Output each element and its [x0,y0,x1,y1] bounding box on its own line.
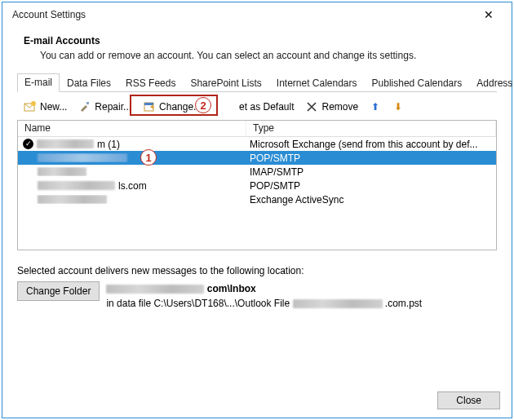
repair-button[interactable]: Repair... [73,99,136,115]
callout-two: 2 [195,97,211,113]
redacted-text [106,285,204,294]
col-header-type[interactable]: Type [246,121,496,136]
titlebar: Account Settings ✕ [2,2,512,27]
tab-address-books[interactable]: Address Books [469,74,514,92]
list-header: Name Type [18,121,496,137]
col-header-name[interactable]: Name [18,121,246,136]
close-icon[interactable]: ✕ [472,2,505,27]
set-default-label: et as Default [239,101,294,113]
repair-icon [78,100,91,113]
new-label: New... [40,101,67,113]
window-title: Account Settings [9,9,472,20]
row-type: POP/SMTP [246,153,496,164]
remove-button[interactable]: Remove [300,99,363,115]
section-subheading: You can add or remove an account. You ca… [40,50,497,61]
remove-icon [305,100,318,113]
tab-email[interactable]: E-mail [17,73,60,92]
delivery-text: com\Inbox in data file C:\Users\DT168\..… [106,281,422,311]
new-button[interactable]: New... [19,99,72,115]
arrow-up-icon: ⬆ [370,101,381,113]
redacted-text [38,181,115,190]
default-check-icon [23,139,33,149]
accounts-list[interactable]: Name Type m (1) Microsoft Exchange (send… [17,120,497,250]
change-icon [143,100,156,113]
svg-rect-4 [144,103,153,105]
section-heading: E-mail Accounts [24,35,497,46]
change-folder-button[interactable]: Change Folder [17,281,100,301]
row-type: Exchange ActiveSync [246,194,496,206]
account-row[interactable]: Exchange ActiveSync [18,192,496,206]
toolbar: New... Repair... Change... 2 et as Defau… [17,92,497,120]
row-type: IMAP/SMTP [246,166,496,178]
tab-data-files[interactable]: Data Files [60,74,118,92]
delivery-datafile-prefix: in data file C:\Users\DT168\...\Outlook … [106,298,290,309]
callout-one: 1 [140,149,157,166]
arrow-down-icon: ⬇ [392,101,404,113]
tab-strip: E-mail Data Files RSS Feeds SharePoint L… [17,74,497,92]
account-row-selected[interactable]: POP/SMTP 1 [18,151,496,165]
delivery-row: Change Folder com\Inbox in data file C:\… [17,281,497,311]
redacted-text [37,139,94,148]
redacted-text [38,195,107,204]
footer: Close [2,383,512,418]
close-button[interactable]: Close [437,391,500,409]
tab-sharepoint-lists[interactable]: SharePoint Lists [183,74,268,92]
mail-new-icon [24,100,37,113]
account-row[interactable]: IMAP/SMTP [18,165,496,179]
tab-internet-calendars[interactable]: Internet Calendars [269,74,365,92]
account-row[interactable]: ls.com POP/SMTP [18,179,496,192]
redacted-text [293,299,383,308]
content-area: E-mail Accounts You can add or remove an… [2,27,512,383]
svg-point-1 [31,101,36,106]
redacted-text [38,153,127,162]
tab-rss-feeds[interactable]: RSS Feeds [118,74,183,92]
list-rows: m (1) Microsoft Exchange (send from this… [18,137,496,250]
row-name-suffix: ls.com [118,180,147,192]
row-type: Microsoft Exchange (send from this accou… [246,139,496,150]
remove-label: Remove [321,101,358,113]
repair-label: Repair... [95,101,131,113]
row-type: POP/SMTP [246,180,496,192]
set-default-button[interactable]: et as Default [234,99,299,114]
account-settings-window: Account Settings ✕ E-mail Accounts You c… [2,2,512,418]
delivery-datafile-suffix: .com.pst [385,298,422,309]
redacted-text [38,167,86,176]
svg-rect-2 [86,102,89,104]
delivery-path: com\Inbox [207,283,256,294]
delivery-label: Selected account delivers new messages t… [17,265,497,276]
row-name-suffix: m (1) [97,139,120,150]
move-down-button[interactable]: ⬇ [388,99,409,114]
move-up-button[interactable]: ⬆ [365,99,386,114]
tab-published-calendars[interactable]: Published Calendars [365,74,470,92]
account-row[interactable]: m (1) Microsoft Exchange (send from this… [18,137,496,151]
